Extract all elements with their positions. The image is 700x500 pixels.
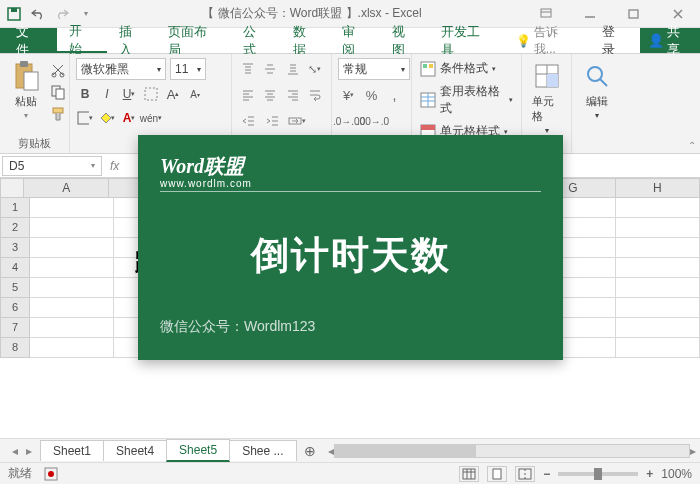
orientation-icon[interactable]: ⤡▾ (305, 58, 325, 80)
scroll-thumb[interactable] (335, 445, 477, 457)
save-icon[interactable] (6, 6, 22, 22)
row-header[interactable]: 2 (0, 218, 30, 238)
login-link[interactable]: 登录 (590, 28, 639, 53)
macro-record-icon[interactable] (44, 467, 58, 481)
zoom-out-icon[interactable]: − (543, 467, 550, 481)
h-scrollbar[interactable]: ◂ ▸ (324, 444, 700, 458)
tab-home[interactable]: 开始 (57, 28, 106, 53)
align-center-icon[interactable] (260, 84, 280, 106)
scroll-right-icon[interactable]: ▸ (690, 444, 696, 458)
sheet-next-icon[interactable]: ▸ (26, 444, 32, 458)
overlay-logo: Word联盟 (160, 155, 244, 177)
tab-review[interactable]: 审阅 (330, 28, 379, 53)
group-clipboard: 粘贴 ▾ 剪贴板 (0, 54, 70, 153)
row-header[interactable]: 6 (0, 298, 30, 318)
shrink-font-icon[interactable]: A▾ (186, 84, 204, 104)
svg-rect-5 (20, 61, 28, 67)
cells-label: 单元格 (532, 94, 561, 124)
row-header[interactable]: 1 (0, 198, 30, 218)
number-format-select[interactable]: 常规▾ (338, 58, 410, 80)
percent-icon[interactable]: % (361, 84, 382, 106)
overlay-url: www.wordlm.com (160, 178, 541, 189)
currency-icon[interactable]: ¥▾ (338, 84, 359, 106)
row-header[interactable]: 4 (0, 258, 30, 278)
row-header[interactable]: 8 (0, 338, 30, 358)
zoom-in-icon[interactable]: + (646, 467, 653, 481)
decrease-decimal-icon[interactable]: .00→.0 (362, 110, 384, 132)
indent-decrease-icon[interactable] (238, 110, 260, 132)
logo-word: Word (160, 155, 204, 177)
border-dropdown[interactable]: ▾ (76, 108, 94, 128)
sheet-tab-bar: ◂ ▸ Sheet1 Sheet4 Sheet5 Shee ... ⊕ ◂ ▸ (0, 438, 700, 462)
name-box[interactable]: D5▾ (2, 156, 102, 176)
sheet-prev-icon[interactable]: ◂ (12, 444, 18, 458)
indent-increase-icon[interactable] (262, 110, 284, 132)
align-bottom-icon[interactable] (283, 58, 303, 80)
cells-button[interactable]: 单元格 ▾ (528, 58, 565, 137)
zoom-slider[interactable] (558, 472, 638, 476)
page-break-view-icon[interactable] (515, 466, 535, 482)
bold-button[interactable]: B (76, 84, 94, 104)
row-headers: 1 2 3 4 5 6 7 8 (0, 198, 30, 358)
border-button[interactable] (142, 84, 160, 104)
copy-icon[interactable] (50, 84, 66, 100)
align-middle-icon[interactable] (260, 58, 280, 80)
fx-icon[interactable]: fx (104, 159, 125, 173)
overlay-subtitle: 微信公众号：Wordlm123 (160, 318, 541, 342)
row-header[interactable]: 5 (0, 278, 30, 298)
wrap-text-icon[interactable] (305, 84, 325, 106)
merge-button[interactable]: ▾ (286, 110, 308, 132)
tab-file[interactable]: 文件 (0, 28, 57, 53)
grow-font-icon[interactable]: A▴ (164, 84, 182, 104)
tab-data[interactable]: 数据 (281, 28, 330, 53)
tell-me[interactable]: 💡告诉我... (504, 28, 591, 53)
font-name-select[interactable]: 微软雅黑▾ (76, 58, 166, 80)
italic-button[interactable]: I (98, 84, 116, 104)
collapse-ribbon-icon[interactable]: ⌃ (688, 140, 696, 151)
number-format-value: 常规 (343, 61, 367, 78)
table-format-button[interactable]: 套用表格格式▾ (418, 81, 515, 119)
paste-button[interactable]: 粘贴 ▾ (6, 58, 46, 122)
zoom-level[interactable]: 100% (661, 467, 692, 481)
row-header[interactable]: 7 (0, 318, 30, 338)
font-color-button[interactable]: A▾ (120, 108, 138, 128)
tab-formula[interactable]: 公式 (231, 28, 280, 53)
font-size-select[interactable]: 11▾ (170, 58, 206, 80)
sheet-tab-1[interactable]: Sheet1 (40, 440, 104, 461)
comma-icon[interactable]: , (384, 84, 405, 106)
normal-view-icon[interactable] (459, 466, 479, 482)
row-header[interactable]: 3 (0, 238, 30, 258)
align-top-icon[interactable] (238, 58, 258, 80)
clipboard-label: 剪贴板 (6, 136, 63, 151)
scroll-track[interactable] (334, 444, 690, 458)
fill-color-button[interactable]: ▾ (98, 108, 116, 128)
tab-insert[interactable]: 插入 (107, 28, 156, 53)
share-button[interactable]: 👤共享 (640, 28, 700, 53)
tab-dev[interactable]: 开发工具 (429, 28, 504, 53)
tab-layout[interactable]: 页面布局 (156, 28, 231, 53)
page-layout-view-icon[interactable] (487, 466, 507, 482)
phonetic-button[interactable]: wén▾ (142, 108, 160, 128)
zoom-thumb[interactable] (594, 468, 602, 480)
cut-icon[interactable] (50, 62, 66, 78)
underline-button[interactable]: U▾ (120, 84, 138, 104)
select-all-corner[interactable] (0, 178, 24, 198)
qat-dropdown-icon[interactable]: ▾ (78, 6, 94, 22)
undo-icon[interactable] (30, 6, 46, 22)
align-left-icon[interactable] (238, 84, 258, 106)
editing-button[interactable]: 编辑 ▾ (578, 58, 616, 122)
add-sheet-button[interactable]: ⊕ (296, 443, 324, 459)
sheet-tab-4[interactable]: Sheet4 (103, 440, 167, 461)
paste-label: 粘贴 (15, 94, 37, 109)
col-header[interactable]: H (616, 178, 700, 198)
cond-format-label: 条件格式 (440, 60, 488, 77)
conditional-format-button[interactable]: 条件格式▾ (418, 58, 515, 79)
align-right-icon[interactable] (283, 84, 303, 106)
share-icon: 👤 (648, 33, 664, 48)
sheet-tab-5[interactable]: Sheet5 (166, 439, 230, 462)
col-header[interactable]: A (24, 178, 108, 198)
sheet-tab-6[interactable]: Shee ... (229, 440, 296, 461)
redo-icon[interactable] (54, 6, 70, 22)
format-painter-icon[interactable] (50, 106, 66, 122)
tab-view[interactable]: 视图 (380, 28, 429, 53)
